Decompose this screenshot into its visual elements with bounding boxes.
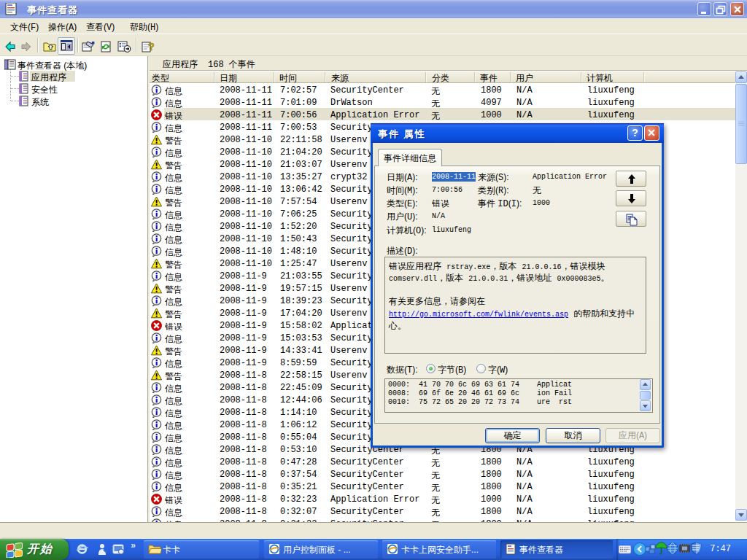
svg-text:?: ? <box>148 41 155 52</box>
